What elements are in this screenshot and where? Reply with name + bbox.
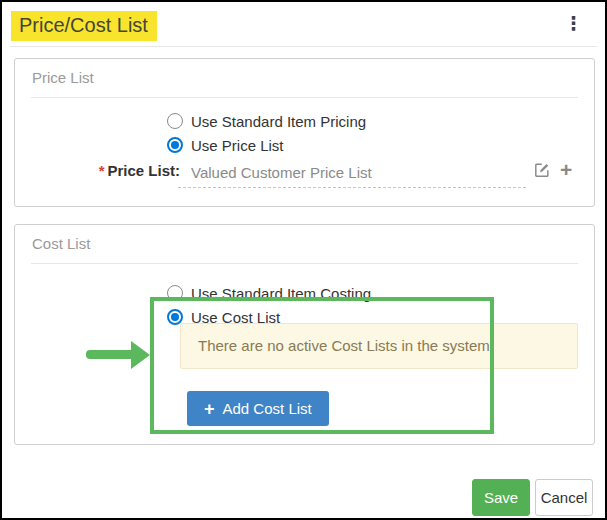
no-cost-lists-warning: There are no active Cost Lists in the sy…	[180, 323, 578, 369]
page-title: Price/Cost List	[11, 11, 157, 41]
radio-label: Use Standard Item Costing	[191, 285, 371, 302]
price-list-field-label: *Price List:	[15, 162, 180, 179]
plus-icon[interactable]: +	[560, 160, 572, 180]
kebab-menu-icon[interactable]: ⋮	[564, 11, 578, 37]
radio-use-price-list[interactable]: Use Price List	[167, 135, 284, 155]
price-list-panel-divider	[31, 97, 578, 98]
cancel-button[interactable]: Cancel	[535, 479, 593, 516]
radio-use-standard-item-costing[interactable]: Use Standard Item Costing	[167, 283, 371, 303]
cost-list-panel-divider	[31, 263, 578, 264]
add-cost-list-button-label: Add Cost List	[223, 400, 312, 417]
price-list-panel-title: Price List	[32, 69, 94, 86]
price-cost-list-page: Price/Cost List ⋮ Price List Use Standar…	[0, 0, 607, 520]
radio-button-icon[interactable]	[167, 137, 183, 153]
price-list-field-icons: +	[533, 160, 572, 180]
header-divider	[10, 46, 597, 47]
save-button[interactable]: Save	[472, 479, 530, 516]
required-asterisk: *	[99, 162, 105, 179]
radio-label: Use Standard Item Pricing	[191, 113, 366, 130]
cost-list-panel: Cost List Use Standard Item Costing Use …	[14, 224, 595, 445]
add-cost-list-button[interactable]: + Add Cost List	[187, 391, 329, 426]
radio-label: Use Price List	[191, 137, 284, 154]
price-list-panel: Price List Use Standard Item Pricing Use…	[14, 58, 595, 207]
radio-use-standard-item-pricing[interactable]: Use Standard Item Pricing	[167, 111, 366, 131]
price-list-value-field[interactable]: Valued Customer Price List	[178, 159, 526, 188]
price-list-field-row: *Price List: Valued Customer Price List …	[15, 159, 594, 189]
radio-button-icon[interactable]	[167, 113, 183, 129]
radio-button-icon[interactable]	[167, 285, 183, 301]
cost-list-panel-title: Cost List	[32, 235, 90, 252]
plus-icon: +	[204, 401, 215, 417]
edit-icon[interactable]	[533, 161, 551, 179]
field-label-text: Price List:	[107, 162, 180, 179]
